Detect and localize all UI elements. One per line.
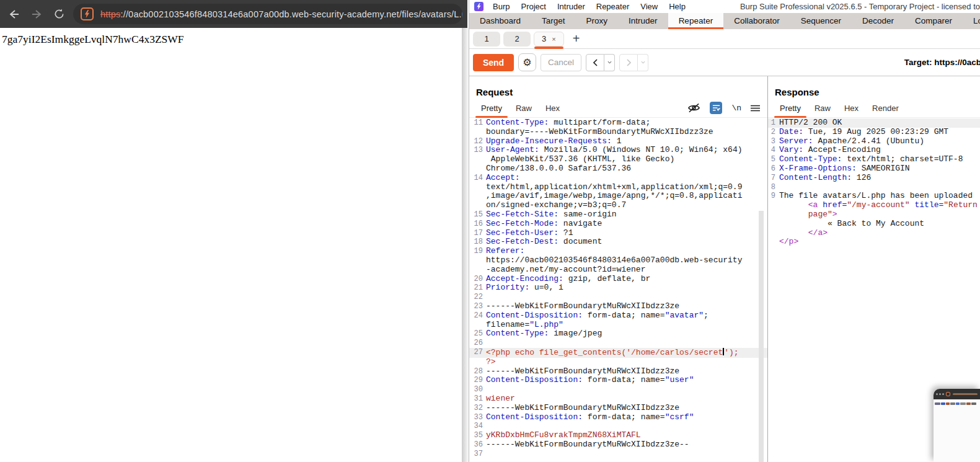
request-line: 31wiener (469, 394, 767, 404)
tab-target[interactable]: Target (531, 13, 576, 29)
request-editor[interactable]: 11Content-Type: multipart/form-data;boun… (469, 118, 767, 462)
menu-help[interactable]: Help (663, 2, 691, 11)
request-line: 35yKRbDxbHmCFu8vrakTmpmZN68XiMTAFL (469, 431, 767, 440)
window-edge-shadow (462, 28, 469, 462)
request-line: 14Accept: (469, 174, 767, 183)
response-line: 7Content-Length: 126 (768, 174, 980, 183)
request-line-text: https://0acb002103546f8480314e6a007a00db… (486, 256, 767, 265)
browser-toolbar: https://0acb002103546f8480314e6a007a00db… (0, 0, 467, 28)
line-number (768, 238, 775, 247)
tab-intruder[interactable]: Intruder (618, 13, 668, 29)
line-number (469, 265, 483, 275)
line-number (768, 220, 775, 229)
url-bar[interactable]: https://0acb002103546f8480314e6a007a00db… (73, 4, 462, 24)
browser-thumbnail-preview[interactable] (934, 389, 980, 462)
send-settings-button[interactable]: ⚙ (518, 53, 536, 71)
editor-menu-icon[interactable] (751, 105, 760, 112)
history-back-button[interactable] (586, 54, 604, 71)
cancel-button[interactable]: Cancel (541, 54, 581, 71)
tab-repeater[interactable]: Repeater (668, 13, 724, 29)
response-line: 5Content-Type: text/html; charset=UTF-8 (768, 155, 980, 164)
tab-comparer[interactable]: Comparer (904, 13, 963, 29)
line-number: 2 (768, 128, 775, 137)
browser-window: https://0acb002103546f8480314e6a007a00db… (0, 0, 467, 462)
close-tab-icon[interactable]: × (552, 35, 555, 43)
thumb-forward-icon (939, 393, 941, 395)
send-button[interactable]: Send (473, 54, 514, 71)
history-forward-dropdown[interactable] (638, 54, 648, 71)
request-line-text: filename="L.php" (486, 321, 767, 330)
show-newlines-icon[interactable]: \n (731, 104, 741, 113)
request-line: 19Referer: (469, 247, 767, 256)
forward-icon[interactable] (29, 6, 45, 22)
repeater-tab-1[interactable]: 1 (473, 32, 500, 47)
request-tab-hex[interactable]: Hex (539, 104, 567, 117)
history-back-dropdown[interactable] (604, 54, 615, 71)
response-tab-group: PrettyRawHexRender (773, 104, 906, 117)
tab-dashboard[interactable]: Dashboard (469, 13, 531, 29)
request-line-text: Content-Disposition: form-data; name="av… (486, 311, 767, 321)
request-line-text: Accept: (486, 174, 767, 183)
line-number: 11 (469, 118, 483, 128)
response-tab-pretty[interactable]: Pretty (773, 104, 808, 117)
menu-repeater[interactable]: Repeater (591, 2, 635, 11)
request-line: on/signed-exchange;v=b3;q=0.7 (469, 201, 767, 210)
word-wrap-icon[interactable] (710, 102, 722, 114)
line-number: 5 (768, 155, 775, 164)
repeater-tab-3[interactable]: 3× (534, 32, 564, 47)
request-line: 24Content-Disposition: form-data; name="… (469, 311, 767, 321)
hide-icon[interactable] (687, 103, 700, 113)
request-line-text: boundary=----WebKitFormBoundarytMuRWcXII… (486, 128, 767, 137)
response-line-text: <a href="/my-account" title="Return (779, 201, 980, 210)
request-line-text: Sec-Fetch-User: ?1 (486, 229, 767, 238)
tab-decoder[interactable]: Decoder (852, 13, 904, 29)
line-number: 20 (469, 275, 483, 284)
line-number: 8 (768, 183, 775, 192)
menu-project[interactable]: Project (515, 2, 551, 11)
response-line: </p> (768, 238, 980, 247)
history-forward-button[interactable] (619, 54, 638, 71)
tab-sequencer[interactable]: Sequencer (790, 13, 852, 29)
request-line-text: Priority: u=0, i (486, 283, 767, 293)
request-line: 36------WebKitFormBoundarytMuRWcXIIbdzz3… (469, 440, 767, 450)
response-tab-hex[interactable]: Hex (837, 104, 865, 117)
request-line: 18Sec-Fetch-Dest: document (469, 238, 767, 247)
request-tab-raw[interactable]: Raw (509, 104, 539, 117)
burp-menubar: BurpProjectIntruderRepeaterViewHelp Burp… (469, 0, 980, 13)
request-line: 23------WebKitFormBoundarytMuRWcXIIbdzz3… (469, 302, 767, 311)
request-line: 33Content-Disposition: form-data; name="… (469, 413, 767, 422)
burp-extension-icon[interactable] (81, 7, 94, 20)
line-number: 36 (469, 440, 483, 450)
tab-logger[interactable]: Logger (963, 13, 980, 29)
response-line-text: Content-Length: 126 (779, 174, 980, 183)
menu-intruder[interactable]: Intruder (552, 2, 591, 11)
back-icon[interactable] (6, 6, 22, 22)
repeater-tab-2[interactable]: 2 (503, 32, 531, 47)
response-line-text: </a> (779, 229, 980, 238)
line-number: 7 (768, 174, 775, 183)
request-line-text (486, 422, 767, 431)
menu-burp[interactable]: Burp (487, 2, 515, 11)
request-tab-pretty[interactable]: Pretty (474, 104, 509, 117)
line-number: 21 (469, 283, 483, 293)
reload-icon[interactable] (51, 6, 67, 22)
request-line: 17Sec-Fetch-User: ?1 (469, 229, 767, 238)
tab-collaborator[interactable]: Collaborator (723, 13, 790, 29)
target-value: https://0acb (934, 58, 980, 67)
response-tab-raw[interactable]: Raw (808, 104, 837, 117)
request-line-text: Accept-Encoding: gzip, deflate, br (486, 275, 767, 284)
gear-icon: ⚙ (523, 56, 531, 68)
response-line-text: Vary: Accept-Encoding (779, 146, 980, 155)
response-line: 8 (768, 183, 980, 192)
menu-view[interactable]: View (635, 2, 663, 11)
line-number: 14 (469, 174, 483, 183)
line-number (768, 210, 775, 220)
tab-proxy[interactable]: Proxy (576, 13, 619, 29)
request-line: 30 (469, 385, 767, 394)
line-number: 6 (768, 164, 775, 174)
request-scrollbar[interactable] (759, 211, 764, 462)
response-tab-render[interactable]: Render (865, 104, 906, 117)
response-line: 2Date: Tue, 19 Aug 2025 00:23:29 GMT (768, 128, 980, 137)
new-tab-button[interactable]: + (567, 32, 586, 46)
request-editor-icons: \n (687, 102, 767, 117)
